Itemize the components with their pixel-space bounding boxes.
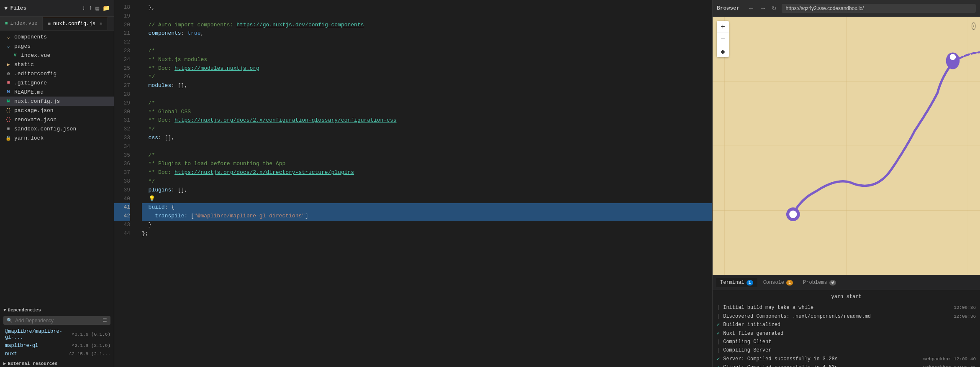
add-dependency-search[interactable]: 🔍 ☰	[3, 316, 110, 325]
code-text: : [],	[171, 82, 187, 90]
browser-forward-button[interactable]: →	[758, 4, 768, 13]
external-resources-section: ▶ External resources	[0, 358, 114, 367]
terminal-line-5: | Compiling Client	[717, 338, 976, 346]
tree-item-package-json[interactable]: {} package.json	[0, 106, 114, 115]
line-num-26: 26	[114, 73, 130, 82]
browser-title-label: Browser	[717, 5, 740, 11]
line-num-37: 37	[114, 168, 130, 177]
code-text	[142, 29, 149, 38]
right-panel: Browser ← → ↻	[712, 0, 980, 367]
code-line-39: plugins: [],	[142, 186, 712, 195]
list-icon[interactable]: ☰	[103, 317, 107, 324]
new-folder-icon[interactable]: 📁	[103, 5, 110, 12]
pipe-icon: |	[717, 303, 720, 312]
code-line-22	[142, 38, 712, 47]
pipe-icon: |	[717, 346, 720, 354]
tree-item-nuxt-config[interactable]: N nuxt.config.js	[0, 97, 114, 106]
map-svg	[713, 17, 980, 275]
new-file-icon[interactable]: ▤	[96, 5, 99, 12]
browser-back-button[interactable]: ←	[747, 4, 757, 13]
editorconfig-icon: ⚙	[5, 70, 12, 77]
tree-item-index-vue[interactable]: V index.vue	[0, 51, 114, 60]
code-line-18: },	[142, 3, 712, 12]
collapse-up-icon[interactable]: ↑	[89, 5, 92, 12]
terminal-tab-terminal[interactable]: Terminal 1	[716, 278, 757, 287]
tree-item-static[interactable]: ▶ static	[0, 60, 114, 69]
svg-point-9	[950, 54, 956, 60]
code-text: : [],	[158, 134, 174, 143]
line-num-19: 19	[114, 12, 130, 21]
code-link[interactable]: https://modules.nuxtjs.org	[174, 64, 259, 73]
collapse-down-icon[interactable]: ↓	[82, 5, 85, 12]
collapse-icon[interactable]: ▼	[4, 5, 8, 12]
map-controls: + − ◆	[717, 21, 729, 57]
zoom-out-button[interactable]: −	[717, 33, 729, 45]
zoom-in-button[interactable]: +	[717, 21, 729, 33]
tab-close-nuxt[interactable]: ✕	[100, 20, 103, 27]
terminal-content: yarn start | Initial build may take a wh…	[713, 290, 980, 367]
gitignore-icon: ■	[5, 79, 12, 86]
dep-name-nuxt: nuxt	[5, 351, 67, 357]
code-line-28	[142, 90, 712, 99]
line-num-39: 39	[114, 186, 130, 195]
tree-item-components[interactable]: ⌄ components	[0, 32, 114, 41]
dep-version-maplibre-directions: ^0.1.6 (0.1.6)	[72, 332, 110, 337]
line-num-33: 33	[114, 134, 130, 143]
code-text: css	[149, 134, 158, 143]
dependency-search-input[interactable]	[15, 318, 100, 324]
terminal-line-7: ✓ Server: Compiled successfully in 3.28s…	[717, 355, 976, 363]
tree-label-static: static	[14, 61, 34, 68]
code-text: "@maplibre/maplibre-gl-directions"	[194, 212, 305, 221]
code-text: ** Global CSS	[142, 108, 191, 117]
terminal-tab-console[interactable]: Console 1	[759, 278, 797, 287]
tree-item-editorconfig[interactable]: ⚙ .editorconfig	[0, 69, 114, 78]
tree-item-yarn-lock[interactable]: 🔒 yarn.lock	[0, 133, 114, 143]
code-text: /*	[142, 99, 155, 108]
line-numbers: 18 19 20 21 22 23 24 25 26 27 28 29 30 3…	[114, 0, 135, 367]
code-link[interactable]: https://nuxtjs.org/docs/2.x/directory-st…	[174, 168, 354, 177]
code-link[interactable]: https://nuxtjs.org/docs/2.x/configuratio…	[174, 116, 397, 125]
dependencies-header[interactable]: ▼ Dependencies	[0, 305, 114, 313]
terminal-line-8: ✓ Client: Compiled successfully in 4.63s…	[717, 363, 976, 367]
tree-item-gitignore[interactable]: ■ .gitignore	[0, 78, 114, 87]
tree-item-readme[interactable]: M README.md	[0, 87, 114, 97]
tab-label-index-vue: index.vue	[10, 20, 38, 26]
tree-label-gitignore: .gitignore	[14, 80, 47, 86]
code-text: build	[149, 203, 165, 212]
console-badge: 1	[786, 280, 793, 285]
svg-point-7	[789, 211, 797, 218]
code-line-36: ** Plugins to load before mounting the A…	[142, 160, 712, 168]
package-json-icon: {}	[5, 107, 12, 114]
pipe-icon: |	[717, 338, 720, 346]
tree-item-sandbox-config[interactable]: ■ sandbox.config.json	[0, 124, 114, 133]
code-text: },	[142, 3, 155, 12]
tree-item-renovate-json[interactable]: {} renovate.json	[0, 115, 114, 124]
browser-refresh-button[interactable]: ↻	[770, 4, 778, 13]
tree-item-pages[interactable]: ⌄ pages	[0, 41, 114, 51]
nuxt-config-icon: N	[5, 98, 12, 104]
tab-index-vue[interactable]: ■ index.vue	[0, 17, 43, 30]
code-content[interactable]: }, // Auto import components: https://go…	[135, 0, 712, 367]
terminal-badge: 1	[747, 280, 753, 285]
code-text: };	[142, 229, 149, 238]
tab-nuxt-config[interactable]: ■ nuxt.config.js ✕	[43, 17, 108, 30]
tree-label-index-vue: index.vue	[21, 52, 50, 59]
code-link[interactable]: https://go.nuxtjs.dev/config-components	[236, 21, 364, 30]
tree-label-components: components	[14, 34, 47, 40]
code-text: : [	[184, 212, 194, 221]
code-text: components	[149, 29, 181, 38]
code-line-30: ** Global CSS	[142, 108, 712, 117]
browser-url-input[interactable]	[782, 4, 976, 13]
chevron-icon: ▼	[3, 308, 6, 313]
terminal-tab-problems[interactable]: Problems 0	[799, 278, 840, 287]
code-text: */	[142, 125, 155, 134]
problems-badge: 0	[829, 280, 836, 285]
browser-map[interactable]: + − ◆ ⨀	[713, 17, 980, 275]
term-time: webpackbar 12:09:40	[924, 355, 976, 363]
map-reset-button[interactable]: ◆	[717, 45, 729, 57]
external-resources-header[interactable]: ▶ External resources	[0, 358, 114, 367]
term-text: Compiling Client	[723, 338, 771, 346]
line-num-24: 24	[114, 56, 130, 64]
cursor-indicator: ⨀	[971, 21, 976, 30]
dep-version-maplibre-gl: ^2.1.9 (2.1.9)	[72, 343, 110, 348]
